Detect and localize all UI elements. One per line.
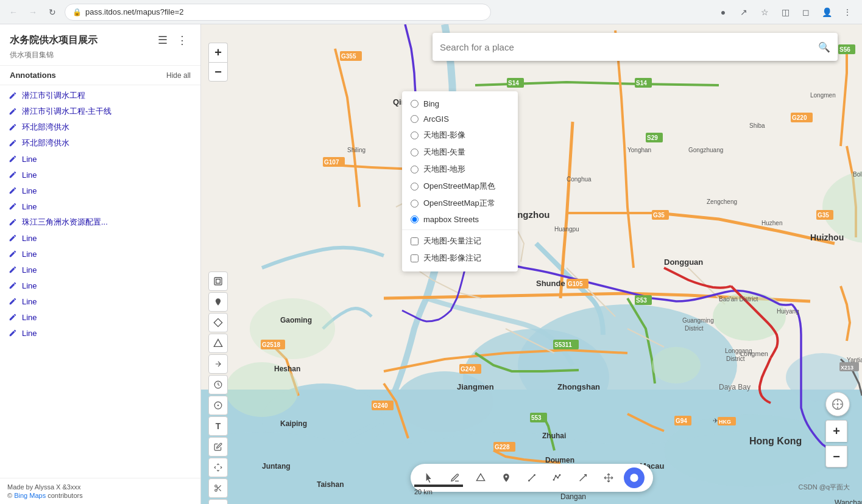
clock-tool-button[interactable] bbox=[208, 375, 228, 394]
line-tool-button[interactable] bbox=[521, 467, 542, 488]
svg-text:Gaoming: Gaoming bbox=[280, 316, 312, 324]
paint-tool-button[interactable] bbox=[208, 499, 228, 504]
layer-option-bing[interactable]: Bing bbox=[402, 96, 518, 111]
zoom-out-button[interactable]: − bbox=[208, 62, 228, 82]
annotation-item[interactable]: Line bbox=[0, 262, 200, 278]
svg-text:Longmen: Longmen bbox=[740, 350, 768, 357]
annotation-item[interactable]: Line bbox=[0, 167, 200, 183]
hamburger-button[interactable]: ☰ bbox=[154, 32, 171, 49]
color-circle-button[interactable] bbox=[624, 467, 645, 488]
svg-point-141 bbox=[837, 404, 838, 405]
annotation-item[interactable]: Line bbox=[0, 230, 200, 246]
sidebar-footer: Made by Alyssa X &3xxx © Bing Maps contr… bbox=[0, 478, 200, 504]
location-tool-button[interactable] bbox=[496, 467, 517, 488]
circle-tool-button[interactable] bbox=[208, 396, 228, 415]
annotation-pencil-icon bbox=[7, 312, 18, 323]
svg-text:Huangpu: Huangpu bbox=[554, 226, 579, 233]
annotation-item[interactable]: 环北部湾供水 bbox=[0, 119, 200, 135]
layer-radio-tianditu_terrain[interactable] bbox=[411, 166, 419, 173]
map-zoom-in-button[interactable]: + bbox=[825, 420, 847, 442]
svg-text:HKG: HKG bbox=[719, 419, 731, 425]
annotation-item[interactable]: 潜江市引调水工程 bbox=[0, 88, 200, 103]
account-icon[interactable]: 👤 bbox=[818, 4, 835, 21]
layer-radio-arcgis[interactable] bbox=[411, 115, 419, 123]
annotation-item[interactable]: Line bbox=[0, 309, 200, 325]
layer-option-tianditu_image_label[interactable]: 天地图-影像注记 bbox=[402, 250, 518, 267]
map-zoom-out-button[interactable]: − bbox=[825, 446, 847, 467]
layer-option-arcgis[interactable]: ArcGIS bbox=[402, 111, 518, 127]
svg-text:S14: S14 bbox=[508, 80, 519, 86]
annotation-label: Line bbox=[22, 250, 37, 259]
hamburger-icon: ☰ bbox=[158, 33, 168, 47]
layer-radio-tianditu_image[interactable] bbox=[411, 131, 419, 139]
layer-checkbox-tianditu_image_label[interactable] bbox=[411, 254, 419, 262]
polyline-tool-button[interactable] bbox=[547, 467, 568, 488]
shape-tool-button[interactable] bbox=[208, 334, 228, 353]
layer-option-mapbox_streets[interactable]: mapbox Streets bbox=[402, 212, 518, 227]
map-area[interactable]: Qingyuan Guangzhou Foshan Shunde Donggua… bbox=[201, 24, 862, 504]
bing-maps-link[interactable]: Bing Maps bbox=[14, 492, 46, 499]
ruler-tool-button[interactable] bbox=[208, 313, 228, 332]
layer-option-tianditu_vector_label[interactable]: 天地图-矢量注记 bbox=[402, 233, 518, 250]
annotation-item[interactable]: Line bbox=[0, 198, 200, 214]
search-input[interactable] bbox=[440, 42, 813, 52]
layer-option-osm_dark[interactable]: OpenStreetMap黑色 bbox=[402, 178, 518, 195]
layer-radio-tianditu_vector[interactable] bbox=[411, 149, 419, 156]
annotation-item[interactable]: Line bbox=[0, 151, 200, 167]
layer-option-tianditu_image[interactable]: 天地图-影像 bbox=[402, 127, 518, 144]
tab-icon[interactable]: ◻ bbox=[797, 4, 814, 21]
annotation-pencil-icon bbox=[7, 138, 18, 149]
layer-radio-osm_dark[interactable] bbox=[411, 183, 419, 191]
layer-option-osm_normal[interactable]: OpenStreetMap正常 bbox=[402, 195, 518, 212]
svg-point-134 bbox=[534, 474, 535, 476]
annotation-item[interactable]: 环北部湾供水 bbox=[0, 135, 200, 151]
annotation-item[interactable]: Line bbox=[0, 183, 200, 198]
share-icon[interactable]: ↗ bbox=[735, 4, 752, 21]
extensions-icon[interactable]: ◫ bbox=[777, 4, 794, 21]
layer-radio-mapbox_streets[interactable] bbox=[411, 215, 419, 223]
lock-icon: 🔒 bbox=[72, 8, 82, 16]
annotation-item[interactable]: 潜江市引调水工程-主干线 bbox=[0, 103, 200, 119]
layer-option-tianditu_vector[interactable]: 天地图-矢量 bbox=[402, 144, 518, 161]
text-tool-button[interactable]: T bbox=[208, 416, 228, 436]
annotation-item[interactable]: Line bbox=[0, 278, 200, 293]
screenshot-button[interactable] bbox=[208, 271, 228, 291]
hide-all-button[interactable]: Hide all bbox=[166, 71, 191, 80]
svg-text:Zengcheng: Zengcheng bbox=[707, 198, 737, 205]
pin-tool-button[interactable] bbox=[208, 292, 228, 312]
annotation-item[interactable]: Line bbox=[0, 246, 200, 262]
polygon-tool-button[interactable] bbox=[470, 467, 491, 488]
layer-checkbox-tianditu_vector_label[interactable] bbox=[411, 237, 419, 245]
svg-text:Conghua: Conghua bbox=[567, 176, 592, 183]
bookmark-icon[interactable]: ☆ bbox=[756, 4, 773, 21]
more-sidebar-button[interactable]: ⋮ bbox=[174, 32, 191, 49]
back-button[interactable]: ← bbox=[6, 5, 21, 19]
layer-label-arcgis: ArcGIS bbox=[423, 114, 449, 124]
zoom-in-button[interactable]: + bbox=[208, 43, 228, 62]
layer-label-mapbox_streets: mapbox Streets bbox=[423, 215, 479, 224]
reload-button[interactable]: ↻ bbox=[45, 5, 60, 19]
svg-text:G355: G355 bbox=[341, 53, 356, 60]
layer-label-tianditu_image_label: 天地图-影像注记 bbox=[423, 253, 481, 264]
forward-button[interactable]: → bbox=[26, 5, 40, 19]
move-all-tool-button[interactable] bbox=[598, 467, 619, 488]
map-canvas[interactable]: Qingyuan Guangzhou Foshan Shunde Donggua… bbox=[201, 24, 862, 504]
layer-option-tianditu_terrain[interactable]: 天地图-地形 bbox=[402, 161, 518, 178]
edit-tool-button[interactable] bbox=[208, 437, 228, 457]
more-browser-icon[interactable]: ⋮ bbox=[839, 4, 856, 21]
annotation-item[interactable]: Line bbox=[0, 325, 200, 341]
location-icon[interactable]: ● bbox=[715, 4, 732, 21]
edit-line-tool-button[interactable] bbox=[573, 467, 593, 488]
svg-text:District: District bbox=[685, 325, 704, 332]
annotations-label: Annotations bbox=[10, 71, 56, 80]
compass-button[interactable] bbox=[825, 392, 850, 416]
move-tool-button[interactable] bbox=[208, 458, 228, 477]
scissors-tool-button[interactable] bbox=[208, 478, 228, 498]
layer-radio-bing[interactable] bbox=[411, 100, 419, 108]
annotation-item[interactable]: 珠江三角洲水资源配置... bbox=[0, 214, 200, 230]
arrow-tool-button[interactable] bbox=[208, 354, 228, 374]
layer-label-osm_dark: OpenStreetMap黑色 bbox=[423, 181, 495, 192]
annotation-pencil-icon bbox=[7, 153, 18, 164]
annotation-item[interactable]: Line bbox=[0, 293, 200, 309]
layer-radio-osm_normal[interactable] bbox=[411, 200, 419, 208]
